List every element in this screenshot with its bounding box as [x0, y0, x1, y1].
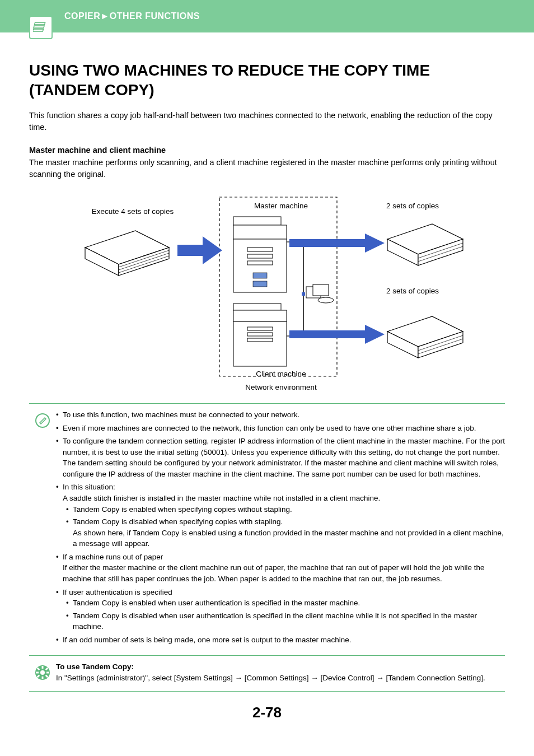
note-item: To use this function, two machines must … [56, 409, 505, 421]
note-item: If a machine runs out of paper If either… [56, 552, 505, 585]
note-item: If user authentication is specified Tand… [56, 587, 505, 632]
settings-icon [35, 665, 50, 680]
svg-rect-23 [247, 333, 273, 336]
svg-rect-50 [42, 676, 44, 679]
svg-rect-22 [247, 327, 273, 330]
diagram-execute-label: Execute 4 sets of copies [82, 207, 183, 216]
breadcrumb-sep: ► [100, 11, 109, 21]
note-icon [35, 413, 50, 428]
diagram-sets-b-label: 2 sets of copies [373, 287, 452, 295]
svg-point-48 [40, 670, 45, 675]
note-item: If an odd number of sets is being made, … [56, 634, 505, 646]
breadcrumb-page: OTHER FUNCTIONS [110, 11, 200, 21]
breadcrumb[interactable]: COPIER►OTHER FUNCTIONS [64, 11, 200, 21]
svg-point-33 [318, 297, 334, 303]
note-subitem: Tandem Copy is enabled when specifying c… [66, 504, 505, 515]
note-subitem: Tandem Copy is enabled when user authent… [66, 598, 505, 609]
svg-rect-2 [33, 29, 43, 31]
info-block-notes: To use this function, two machines must … [29, 404, 505, 655]
diagram-sets-a-label: 2 sets of copies [373, 202, 452, 210]
tandem-diagram: Execute 4 sets of copies Master machine … [51, 192, 483, 393]
svg-rect-14 [247, 248, 273, 251]
svg-rect-52 [46, 672, 49, 674]
svg-rect-0 [35, 22, 45, 25]
copier-icon [29, 16, 53, 39]
note-item: In this situation: A saddle stitch finis… [56, 482, 505, 549]
svg-rect-16 [247, 261, 273, 265]
usage-body: In "Settings (administrator)", select [S… [56, 673, 505, 684]
divider [29, 691, 505, 692]
diagram-master-label: Master machine [247, 202, 315, 210]
svg-rect-18 [253, 281, 267, 287]
note-item: To configure the tandem connection setti… [56, 436, 505, 479]
svg-marker-10 [177, 236, 222, 264]
svg-rect-15 [247, 254, 273, 258]
note-item: Even if more machines are connected to t… [56, 423, 505, 434]
svg-rect-1 [34, 26, 44, 28]
svg-rect-24 [247, 338, 273, 342]
intro-text: This function shares a copy job half-and… [29, 110, 505, 133]
subheading-text: The master machine performs only scannin… [29, 157, 505, 180]
page-title: USING TWO MACHINES TO REDUCE THE COPY TI… [29, 60, 505, 100]
diagram-network-label: Network environment [231, 383, 331, 391]
subheading: Master machine and client machine [29, 146, 505, 155]
svg-rect-19 [233, 304, 281, 310]
note-subitem: Tandem Copy is disabled when user authen… [66, 610, 505, 632]
svg-rect-11 [233, 217, 281, 225]
diagram-client-label: Client machine [247, 370, 315, 378]
info-block-usage: To use Tandem Copy: In "Settings (admini… [29, 656, 505, 691]
svg-rect-12 [233, 225, 287, 239]
breadcrumb-section: COPIER [64, 11, 100, 21]
svg-rect-49 [42, 666, 44, 669]
svg-rect-51 [36, 672, 39, 674]
page-number: 2-78 [29, 704, 505, 721]
note-subitem: Tandem Copy is disabled when specifying … [66, 516, 505, 549]
svg-rect-27 [302, 292, 305, 296]
usage-heading: To use Tandem Copy: [56, 661, 505, 673]
svg-rect-20 [233, 310, 287, 321]
svg-rect-17 [253, 273, 267, 278]
header-bar: COPIER►OTHER FUNCTIONS [0, 0, 534, 32]
main-content: USING TWO MACHINES TO REDUCE THE COPY TI… [0, 32, 534, 732]
svg-rect-32 [313, 284, 329, 296]
